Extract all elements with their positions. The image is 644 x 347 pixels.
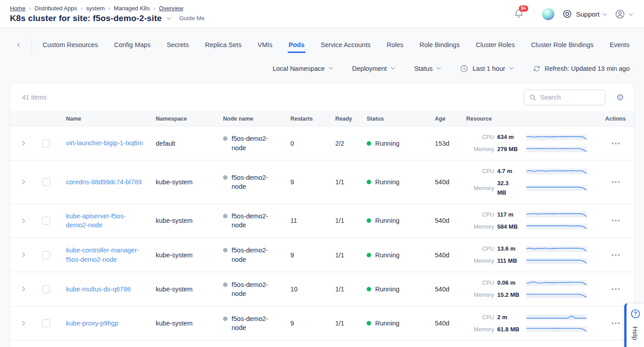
- tab-events[interactable]: Events: [609, 36, 631, 54]
- cpu-sparkline: [526, 314, 587, 320]
- expand-row-chevron-icon[interactable]: [21, 141, 25, 146]
- column-header-actions: Actions: [597, 116, 634, 122]
- expand-row-chevron-icon[interactable]: [21, 321, 25, 325]
- namespace-cell: kube-system: [146, 286, 214, 293]
- row-checkbox[interactable]: [42, 217, 50, 225]
- tab-service-accounts[interactable]: Service Accounts: [320, 36, 371, 54]
- row-checkbox[interactable]: [42, 319, 50, 327]
- node-name-cell: f5os-demo2-node: [214, 314, 281, 333]
- table-settings-gear-icon[interactable]: ⚙: [616, 93, 624, 102]
- expand-row-chevron-icon[interactable]: [21, 287, 25, 291]
- account-menu[interactable]: [614, 9, 632, 20]
- ready-cell: 1/1: [326, 178, 357, 186]
- tab-vmis[interactable]: VMIs: [257, 36, 273, 54]
- restarts-cell: 9: [281, 178, 326, 186]
- column-header-resource: Resource: [457, 116, 597, 122]
- row-actions-button[interactable]: [609, 178, 622, 186]
- filter-status[interactable]: Status: [414, 65, 440, 72]
- top-bar-right: 9+ Support: [512, 7, 632, 21]
- resource-memory-label: Memory: [466, 185, 494, 191]
- resource-memory-label: Memory: [466, 146, 494, 152]
- filter-local-namespace[interactable]: Local Namespace: [272, 65, 332, 72]
- breadcrumb-item[interactable]: Overview: [159, 5, 183, 12]
- tab-config-maps[interactable]: Config Maps: [113, 36, 151, 54]
- search-box[interactable]: [524, 90, 605, 105]
- notifications-button[interactable]: 9+: [512, 7, 526, 21]
- tab-secrets[interactable]: Secrets: [166, 36, 190, 54]
- node-name-text: f5os-demo2-node: [232, 212, 276, 230]
- tab-cluster-role-bindings[interactable]: Cluster Role Bindings: [530, 36, 594, 54]
- breadcrumb-item[interactable]: Home: [10, 5, 26, 12]
- row-checkbox[interactable]: [42, 251, 50, 259]
- filter-deployment[interactable]: Deployment: [352, 65, 394, 72]
- resource-cpu-label: CPU: [466, 168, 494, 174]
- pod-name-link[interactable]: kube-proxy-p9hgp: [66, 319, 118, 328]
- table-row: kube-proxy-p9hgp kube-system f5os-demo2-…: [10, 306, 634, 340]
- resource-cell: CPU4.7 mMemory32.3 MB: [457, 167, 597, 197]
- expand-row-chevron-icon[interactable]: [21, 218, 25, 223]
- resource-memory-value: 15.2 MB: [497, 291, 523, 299]
- site-selector-chevron-icon[interactable]: [166, 15, 171, 20]
- tab-pods[interactable]: Pods: [288, 36, 305, 54]
- resource-cell: CPU634 mMemory279 MB: [457, 133, 597, 154]
- node-name-cell: f5os-demo2-node: [214, 173, 281, 191]
- table-row: coredns-88d99dc74-bl789 kube-system f5os…: [10, 160, 634, 203]
- tab-role-bindings[interactable]: Role Bindings: [419, 36, 460, 54]
- tab-custom-resources[interactable]: Custom Resources: [42, 36, 99, 54]
- restarts-cell: 10: [281, 286, 326, 293]
- chevron-down-icon: [437, 65, 441, 69]
- refresh-button[interactable]: Refresh: Updated 13 min ago: [533, 65, 630, 73]
- row-actions-button[interactable]: [609, 217, 622, 224]
- row-actions-button[interactable]: [609, 252, 622, 259]
- breadcrumb-item[interactable]: Distributed Apps: [35, 5, 77, 12]
- search-input[interactable]: [540, 94, 600, 101]
- node-name-cell: f5os-demo2-node: [214, 246, 281, 264]
- tabs-scroll-left-button[interactable]: [13, 43, 25, 47]
- pod-name-link[interactable]: virt-launcher-bigip-1-lxq6m: [66, 139, 143, 147]
- tab-cluster-roles[interactable]: Cluster Roles: [475, 36, 516, 54]
- expand-row-chevron-icon[interactable]: [21, 253, 25, 257]
- support-menu[interactable]: Support: [562, 9, 606, 19]
- page-title: K8s cluster for site: f5os-demo-2-site: [10, 13, 162, 23]
- resource-cpu-line: CPU13.6 m: [466, 244, 597, 253]
- resource-cpu-line: CPU634 m: [466, 133, 597, 142]
- status-running-dot-icon: [367, 218, 371, 223]
- chevron-down-icon: [390, 65, 395, 69]
- status-text: Running: [375, 320, 399, 327]
- row-checkbox[interactable]: [42, 178, 50, 186]
- status-cell: Running: [357, 252, 425, 259]
- tab-replica-sets[interactable]: Replica Sets: [204, 36, 242, 54]
- node-dot-icon: [223, 317, 228, 321]
- resource-memory-value: 584 MB: [497, 222, 523, 231]
- row-actions-button[interactable]: [609, 320, 622, 327]
- expand-row-chevron-icon[interactable]: [21, 180, 25, 184]
- pod-name-link[interactable]: coredns-88d99dc74-bl789: [66, 178, 142, 187]
- guide-me-button[interactable]: Guide Me: [180, 15, 205, 22]
- resource-memory-value: 279 MB: [497, 145, 523, 154]
- filter-time-range[interactable]: Last 1 hour: [460, 65, 513, 73]
- pod-name-link[interactable]: kube-apiserver-f5os-demo2-node: [66, 212, 146, 230]
- status-text: Running: [375, 140, 399, 147]
- breadcrumb-item[interactable]: Managed K8s: [114, 5, 150, 12]
- resource-memory-value: 111 MB: [497, 256, 523, 265]
- clock-icon: [460, 65, 468, 73]
- help-button[interactable]: ? Help: [624, 303, 644, 347]
- ai-assistant-orb-icon[interactable]: [542, 8, 554, 20]
- row-checkbox[interactable]: [42, 285, 50, 293]
- pod-name-link[interactable]: kube-multus-ds-q6786: [66, 285, 131, 294]
- pod-name-link[interactable]: kube-controller-manager-f5os-demo2-node: [66, 246, 146, 264]
- row-actions-button[interactable]: [609, 140, 622, 147]
- resource-memory-line: Memory32.3 MB: [466, 179, 597, 197]
- node-name-text: f5os-demo2-node: [232, 280, 276, 299]
- resource-cpu-value: 2 m: [497, 313, 523, 322]
- svg-text:?: ?: [634, 311, 637, 317]
- resource-cell: CPU2 mMemory61.8 MB: [457, 313, 597, 334]
- breadcrumb-item[interactable]: system: [86, 5, 105, 12]
- status-running-dot-icon: [367, 321, 371, 325]
- account-chevron-icon: [629, 11, 633, 16]
- column-header-node-name: Node name: [214, 116, 281, 122]
- row-checkbox[interactable]: [42, 139, 50, 147]
- row-actions-button[interactable]: [609, 286, 622, 293]
- tab-roles[interactable]: Roles: [386, 36, 404, 54]
- pods-table-card: 41 items ⚙ Name Namespace Node name Rest…: [9, 83, 635, 347]
